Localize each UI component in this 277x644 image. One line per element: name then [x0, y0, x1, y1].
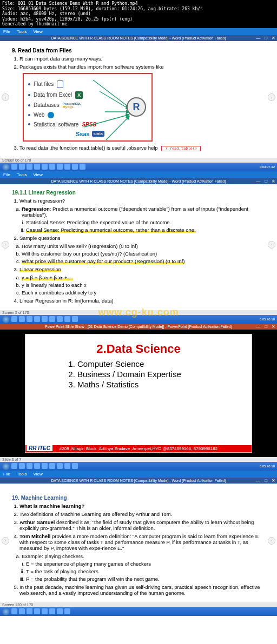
menu-tools[interactable]: Tools [17, 472, 27, 477]
taskbar-icon[interactable] [49, 608, 55, 614]
def-P: P = the probability that the program wil… [26, 576, 265, 582]
taskbar-icon[interactable] [11, 463, 17, 469]
taskbar-icon[interactable] [11, 608, 17, 614]
window-controls: —□✕ [256, 478, 275, 483]
menu-file[interactable]: File [3, 172, 10, 177]
maximize-icon[interactable]: □ [265, 478, 267, 483]
ppt-title-text: PowerPoint Slide Show - [01 Data Science… [45, 325, 232, 328]
lr-formula: y = β + β x₁ + β x₂ + ... [22, 274, 265, 280]
taskbar-icon[interactable] [72, 316, 78, 322]
word-title-text: DATA SCIENCE WITH R CLASS ROOM NOTES [Co… [51, 179, 226, 183]
taskbar-icon[interactable] [80, 164, 85, 170]
close-icon[interactable]: ✕ [272, 324, 275, 329]
menu-file[interactable]: File [3, 472, 10, 477]
minimize-icon[interactable]: — [256, 179, 260, 184]
minimize-icon[interactable]: — [256, 324, 260, 329]
q-regression: What is regression? [19, 198, 265, 204]
maximize-icon[interactable]: □ [265, 36, 267, 41]
source-stat: Statistical software [34, 122, 78, 128]
taskbar-icon[interactable] [34, 608, 40, 614]
next-page-button[interactable]: › [268, 537, 275, 545]
close-icon[interactable]: ✕ [272, 179, 275, 184]
start-button-icon[interactable] [2, 163, 10, 171]
stat-software-logos: SPSS [82, 122, 96, 128]
taskbar-icon[interactable] [57, 316, 63, 322]
menu-view[interactable]: View [34, 172, 43, 177]
def-regression: Regression: Predict a numerical outcome … [22, 206, 265, 218]
taskbar-icon[interactable] [27, 608, 32, 614]
stata-logo: stata [92, 131, 104, 137]
meta-generated: Generated by Thumbnail me [2, 22, 275, 27]
close-icon[interactable]: ✕ [272, 36, 275, 41]
taskbar-icon[interactable] [64, 164, 70, 170]
taskbar-icon[interactable] [42, 463, 48, 469]
taskbar-icon[interactable] [72, 463, 78, 469]
screen-label-1: Screen 06 of 170 [0, 158, 277, 163]
taskbar-icon[interactable] [42, 608, 48, 614]
taskbar-icon[interactable] [34, 316, 40, 322]
prev-page-button[interactable]: ‹ [2, 93, 9, 101]
taskbar-icon[interactable] [64, 608, 70, 614]
taskbar-icon[interactable] [11, 164, 17, 170]
def-T: T = the task of playing checkers. [26, 568, 265, 574]
maximize-icon[interactable]: □ [265, 324, 267, 329]
taskbar-icon[interactable] [64, 316, 70, 322]
taskbar-icon[interactable] [27, 164, 32, 170]
read-table-help-box: ? read.table() [161, 146, 201, 151]
taskbar-icon[interactable] [72, 164, 78, 170]
taskbar-2: 0:05:20.10 [0, 315, 277, 324]
minimize-icon[interactable]: — [256, 478, 260, 483]
taskbar-icon[interactable] [11, 316, 17, 322]
taskbar-icon[interactable] [42, 316, 48, 322]
start-button-icon[interactable] [2, 462, 10, 470]
taskbar-icon[interactable] [57, 608, 63, 614]
taskbar-icon[interactable] [19, 463, 25, 469]
systray: 0:05:20.10 [260, 465, 275, 468]
menu-tools[interactable]: Tools [17, 172, 27, 177]
taskbar-icon[interactable] [57, 463, 63, 469]
start-button-icon[interactable] [2, 316, 10, 323]
prev-page-button[interactable]: ‹ [2, 241, 9, 249]
taskbar-icon[interactable] [57, 164, 63, 170]
taskbar-icon[interactable] [19, 164, 25, 170]
taskbar-icon[interactable] [34, 463, 40, 469]
next-page-button[interactable]: › [268, 93, 275, 101]
taskbar-icon[interactable] [49, 316, 55, 322]
past-decade: In the past decade, machine learning has… [19, 584, 265, 596]
taskbar-icon[interactable] [42, 164, 48, 170]
q-ml: What is machine learning? [19, 503, 265, 509]
taskbar-3: 0:05:20.10 [0, 462, 277, 471]
prev-page-button[interactable]: ‹ [2, 537, 9, 545]
menu-tools[interactable]: Tools [17, 29, 27, 34]
r-logo: R [127, 97, 146, 117]
slide-item-3: Maths / Statistics [77, 380, 246, 389]
video-metadata-block: File: 001 01 Data Science Demo With R an… [0, 0, 277, 28]
maximize-icon[interactable]: □ [265, 179, 267, 184]
meta-size: Size: 166853609 bytes (159.12 MiB), dura… [2, 6, 275, 12]
taskbar-icon[interactable] [19, 316, 25, 322]
taskbar-icon[interactable] [64, 463, 70, 469]
clock-time: 0:03:07.32 [260, 165, 275, 169]
excel-icon: X [75, 91, 83, 99]
taskbar-icon[interactable] [34, 164, 40, 170]
taskbar-icon[interactable] [49, 463, 55, 469]
menu-view[interactable]: View [34, 29, 43, 34]
spss-logo: SPSS [82, 122, 96, 128]
menu-view[interactable]: View [34, 472, 43, 477]
start-button-icon[interactable] [2, 608, 10, 615]
slide-content: 2.Data Science Computer Science Business… [25, 334, 252, 453]
section-heading-19: 19. Machine Learning [12, 495, 265, 501]
window-controls: — □ ✕ [256, 36, 275, 41]
taskbar-icon[interactable] [27, 316, 32, 322]
section-heading-9: 9. Read Data from Files [12, 48, 265, 53]
taskbar-icon[interactable] [27, 463, 32, 469]
close-icon[interactable]: ✕ [272, 478, 275, 483]
screen-label-4: Screen 120 of 170 [0, 602, 277, 607]
taskbar-icon[interactable] [49, 164, 55, 170]
minimize-icon[interactable]: — [256, 36, 260, 41]
menu-file[interactable]: File [3, 29, 10, 34]
taskbar-icon[interactable] [19, 608, 25, 614]
word-menubar: File Tools View [0, 28, 277, 35]
next-page-button[interactable]: › [268, 241, 275, 249]
database-icons: PostgreSQL MySQL [63, 102, 82, 109]
